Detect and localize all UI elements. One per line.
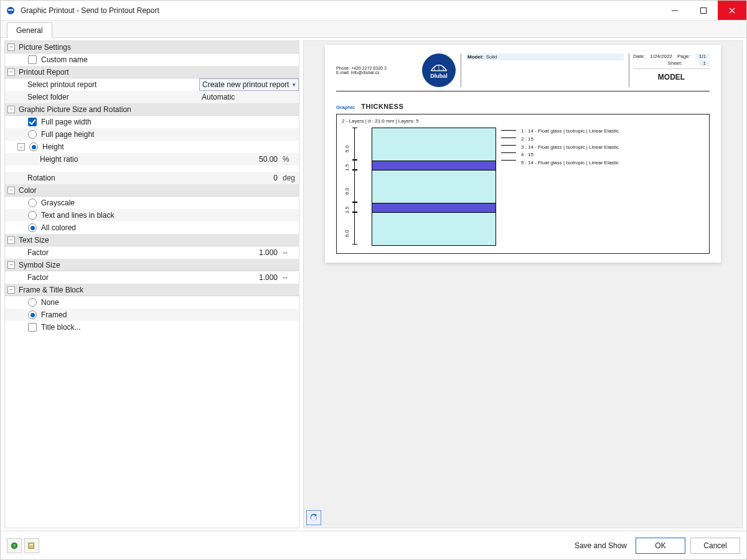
layer-gap [372,161,496,170]
layer-label: 1 : 14 - Float glass | Isotropic | Linea… [521,128,704,136]
row-select-report: Select printout report Create new printo… [5,78,299,91]
preview-header: Phone: +420 2272 0320 3 E-mail: info@dlu… [336,54,710,91]
refresh-button[interactable] [306,510,321,525]
value-text-factor[interactable]: 1.000 [220,248,280,257]
radio-text-black[interactable] [28,211,37,220]
unit-rotation: deg [280,174,299,182]
section-size-rotation: − Graphic Picture Size and Rotation [5,103,299,116]
collapse-icon[interactable]: − [7,106,15,113]
collapse-icon[interactable]: − [7,261,15,269]
minimize-button[interactable] [660,1,689,20]
app-icon [6,6,16,16]
preview-graphic-frame: 2 - Layers | d : 21.0 mm | Layers: 5 6.0… [336,114,710,254]
label-full-width: Full page width [41,118,299,126]
row-full-width[interactable]: Full page width [5,116,299,128]
collapse-icon[interactable]: − [7,236,15,244]
row-all-colored[interactable]: All colored [5,222,299,234]
label-custom-name: Custom name [41,55,299,64]
tab-general[interactable]: General [7,22,52,38]
content-area: − Picture Settings Custom name − Printou… [1,38,746,531]
collapse-icon[interactable]: − [7,187,15,194]
select-printout-report[interactable]: Create new printout report ▾ [199,78,299,91]
section-title: Graphic Picture Size and Rotation [19,105,131,114]
model-value: Solid [486,54,497,60]
settings-tree: − Picture Settings Custom name − Printou… [4,40,299,528]
page-label: Page: [677,54,690,59]
layer-label: 4 : 15 [521,151,704,159]
section-picture-settings: − Picture Settings [5,41,299,54]
select-value: Create new printout report [202,80,289,89]
model-label: Model: [467,54,484,60]
sheet-value: 1 [700,60,710,66]
radio-frame-framed[interactable] [28,310,37,319]
section-title: Picture Settings [19,43,71,52]
value-rotation[interactable]: 0 [220,174,280,182]
row-full-height[interactable]: Full page height [5,128,299,141]
window-buttons [660,1,746,20]
row-symbol-factor: Factor 1.000 -- [5,271,299,284]
row-frame-framed[interactable]: Framed [5,309,299,321]
layer-label: 5 : 14 - Float glass | Isotropic | Linea… [521,159,704,167]
row-rotation: Rotation 0 deg [5,172,299,184]
radio-height[interactable] [29,142,38,151]
model-heading: MODEL [633,68,710,82]
row-height-ratio: Height ratio 50.00 % [5,153,299,166]
checkbox-title-block[interactable] [28,323,37,332]
row-text-black[interactable]: Text and lines in black [5,209,299,222]
tabstrip: General [1,21,746,38]
ok-button[interactable]: OK [636,538,685,554]
section-color: − Color [5,184,299,197]
section-title: Frame & Title Block [19,286,83,294]
radio-grayscale[interactable] [28,198,37,207]
preview-graphic-header: Graphic THICKNESS [336,103,710,110]
radio-frame-none[interactable] [28,298,37,307]
radio-full-height[interactable] [28,130,37,139]
row-custom-name[interactable]: Custom name [5,54,299,66]
graphic-label: Graphic [336,105,355,110]
radio-all-colored[interactable] [28,223,37,232]
unit-height-ratio: % [280,155,299,164]
row-frame-none[interactable]: None [5,296,299,309]
company-phone: Phone: +420 2272 0320 3 [336,66,417,70]
cancel-button[interactable]: Cancel [690,538,740,554]
svg-rect-1 [8,9,13,11]
maximize-button[interactable] [689,1,718,20]
value-symbol-factor[interactable]: 1.000 [220,273,280,282]
row-title-block[interactable]: Title block... [5,321,299,334]
checkbox-full-width[interactable] [28,118,37,126]
settings-button[interactable] [24,538,39,553]
section-title: Symbol Size [19,261,60,269]
checkbox-custom-name[interactable] [28,55,37,64]
collapse-icon[interactable]: − [7,44,15,51]
help-button[interactable]: ? [7,538,22,553]
layer-labels: 1 : 14 - Float glass | Isotropic | Linea… [521,128,704,246]
preview-meta: Date:1/24/2022Page:1/1 Sheet:1 MODEL [629,54,710,87]
dim-value: 6.0 [344,230,350,237]
dimension-column: 6.0 1.5 6.0 1.5 6.0 [342,128,367,245]
row-grayscale[interactable]: Grayscale [5,197,299,209]
value-select-folder: Automatic [199,93,299,101]
layer-glass [372,213,496,245]
collapse-icon[interactable]: − [17,143,25,151]
save-and-show-button[interactable]: Save and Show [571,538,631,554]
collapse-icon[interactable]: − [7,68,15,76]
value-height-ratio[interactable]: 50.00 [220,155,280,164]
sheet-label: Sheet: [668,60,682,66]
label-grayscale: Grayscale [41,198,299,207]
thickness-diagram: 6.0 1.5 6.0 1.5 6.0 [342,128,704,246]
layer-stack [372,128,496,246]
date-value: 1/24/2022 [650,54,672,59]
preview-model-box: Model: Solid [461,54,624,87]
dim-value: 6.0 [344,188,350,195]
preview-scroll[interactable]: Phone: +420 2272 0320 3 E-mail: info@dlu… [304,41,742,528]
collapse-icon[interactable]: − [7,286,15,294]
company-email: E-mail: info@dlubal.cz [336,70,417,75]
row-height[interactable]: − Height [5,141,299,153]
leader-lines [501,128,516,245]
layer-label: 2 : 15 [521,136,704,144]
preview-page: Phone: +420 2272 0320 3 E-mail: info@dlu… [325,45,721,263]
label-height-ratio: Height ratio [40,155,220,164]
unit-symbol-factor: -- [280,273,299,282]
label-full-height: Full page height [41,130,299,139]
close-button[interactable] [718,1,746,20]
